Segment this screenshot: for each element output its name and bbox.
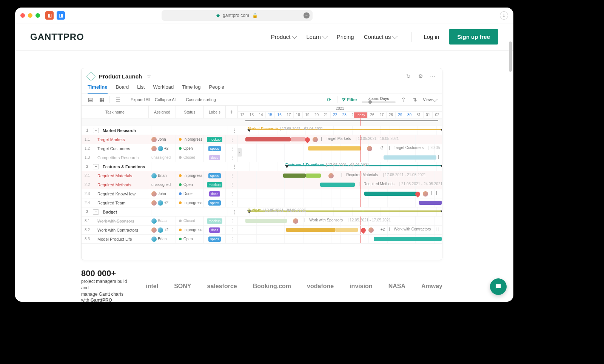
assigned-cell[interactable]: +2 — [149, 198, 176, 207]
history-icon[interactable]: ↻ — [405, 73, 412, 80]
row-menu-icon[interactable]: ⋮ — [226, 135, 238, 144]
more-icon[interactable]: ⋯ — [429, 73, 436, 80]
label-cell[interactable]: specs — [204, 235, 226, 243]
tab-timeline[interactable]: Timeline — [88, 82, 108, 94]
maximize-window-icon[interactable] — [35, 13, 40, 18]
row-menu-icon[interactable]: ⋮ — [226, 189, 238, 198]
pinned-app-icon-2[interactable]: ◨ — [57, 11, 65, 20]
task-row[interactable]: 3.2Work with Contractors +2 In progress … — [82, 226, 442, 235]
gantt-bar[interactable] — [374, 237, 442, 241]
group-row[interactable]: 1−Market Research ⋮ Market Research | 13… — [82, 126, 442, 135]
zoom-control[interactable]: Zoom: Days — [362, 97, 396, 103]
gantt-bar[interactable] — [364, 192, 417, 196]
gantt-bar[interactable] — [320, 183, 355, 187]
gantt-bar[interactable] — [286, 228, 335, 232]
pinned-app-icon-1[interactable]: ◧ — [45, 11, 54, 20]
label-cell[interactable]: docs — [204, 226, 226, 234]
logo[interactable]: GANTTPRO — [30, 32, 84, 42]
collapse-icon[interactable]: − — [93, 128, 99, 133]
minimize-window-icon[interactable] — [28, 13, 32, 18]
label-cell[interactable]: mockup — [204, 135, 226, 144]
group-row[interactable]: 3−Budget ⋮ Budget | 13.05.2021 - 04.06.2… — [82, 207, 442, 217]
tab-people[interactable]: People — [209, 82, 224, 94]
export-icon[interactable]: ⇪ — [400, 96, 407, 103]
expand-all[interactable]: Expand All — [131, 97, 150, 102]
gantt-bar[interactable] — [291, 137, 306, 141]
sliders-icon[interactable]: ⚙ — [417, 73, 424, 80]
status-cell[interactable]: Open — [176, 235, 204, 243]
download-icon[interactable]: ⤓ — [500, 11, 508, 20]
assigned-cell[interactable]: Brian — [149, 217, 176, 225]
label-cell[interactable]: docs — [204, 153, 226, 162]
reader-icon[interactable]: ⋯ — [304, 12, 310, 18]
gantt-bar[interactable] — [335, 228, 358, 232]
label-cell[interactable]: mockup — [204, 217, 226, 225]
row-menu-icon[interactable]: ⋮ — [228, 207, 240, 216]
label-cell[interactable]: mockup — [204, 180, 226, 189]
row-menu-icon[interactable]: ⋮ — [226, 235, 238, 243]
task-row[interactable]: 1.3Competitors Research unassigned Close… — [82, 153, 442, 162]
tab-list[interactable]: List — [137, 82, 145, 94]
label-cell[interactable]: specs — [204, 144, 226, 153]
task-row[interactable]: 2.1Required Materials Brian In progress … — [82, 171, 442, 180]
cascade-sorting[interactable]: Cascade sorting — [186, 97, 216, 102]
label-cell[interactable]: docs — [204, 189, 226, 198]
refresh-icon[interactable]: ⟳ — [326, 96, 333, 103]
row-menu-icon[interactable]: ⋮ — [226, 171, 238, 180]
signup-button[interactable]: Sign up free — [449, 29, 498, 45]
layout-icon-2[interactable]: ▦ — [98, 96, 105, 103]
collapse-icon[interactable]: − — [93, 164, 99, 169]
row-menu-icon[interactable]: ⋮ — [226, 180, 238, 189]
gantt-bar[interactable] — [283, 174, 306, 178]
assigned-cell[interactable]: John — [149, 135, 176, 144]
label-cell[interactable]: specs — [204, 198, 226, 207]
status-cell[interactable]: Open — [176, 180, 204, 189]
assigned-cell[interactable]: John — [149, 189, 176, 198]
row-menu-icon[interactable]: ⋮ — [226, 153, 238, 162]
status-cell[interactable]: Closed — [176, 217, 204, 225]
nav-product[interactable]: Product — [271, 34, 297, 40]
chat-widget[interactable] — [490, 278, 507, 295]
star-icon[interactable]: ☆ — [146, 73, 151, 80]
row-menu-icon[interactable]: ⋮ — [226, 217, 238, 225]
row-menu-icon[interactable]: ⋮ — [228, 162, 240, 171]
row-menu-icon[interactable]: ⋮ — [226, 144, 238, 153]
collapse-all[interactable]: Collapse All — [155, 97, 176, 102]
assigned-cell[interactable]: unassigned — [149, 153, 176, 162]
task-row[interactable]: 3.1Work with Sponsors Brian Closed mocku… — [82, 217, 442, 226]
collapse-grid-handle[interactable]: ‹ — [237, 148, 242, 157]
assigned-cell[interactable]: unassigned — [149, 180, 176, 189]
layout-icon-1[interactable]: ▤ — [87, 96, 94, 103]
traffic-lights[interactable] — [20, 13, 40, 18]
gantt-bar[interactable] — [308, 146, 361, 151]
row-menu-icon[interactable]: ⋮ — [226, 226, 238, 234]
view-menu[interactable]: View — [423, 97, 437, 102]
status-cell[interactable]: In progress — [176, 171, 204, 180]
assigned-cell[interactable]: +2 — [149, 226, 176, 234]
sort-icon[interactable]: ⇅ — [411, 96, 418, 103]
tab-workload[interactable]: Workload — [153, 82, 174, 94]
status-cell[interactable]: In progress — [176, 135, 204, 144]
task-row[interactable]: 2.2Required Methods unassigned Open mock… — [82, 180, 442, 189]
task-row[interactable]: 2.3Required Know-How John Done docs ⋮ | … — [82, 189, 442, 198]
outline-icon[interactable]: ☰ — [114, 96, 121, 103]
nav-contact[interactable]: Contact us — [364, 34, 397, 40]
task-row[interactable]: 1.1Target Markets John In progress mocku… — [82, 135, 442, 144]
status-cell[interactable]: Done — [176, 189, 204, 198]
task-row[interactable]: 3.3Model Product Life Brian Open specs ⋮ — [82, 235, 442, 244]
group-row[interactable]: 2−Features & Functions ⋮ Features & Func… — [82, 162, 442, 171]
gantt-bar[interactable] — [245, 219, 287, 223]
tab-time-log[interactable]: Time log — [182, 82, 200, 94]
status-cell[interactable]: Closed — [176, 153, 204, 162]
url-bar[interactable]: ◆ ganttpro.com 🔒 ⋯ — [162, 10, 313, 21]
gantt-bar[interactable] — [384, 155, 436, 160]
status-cell[interactable]: In progress — [176, 226, 204, 234]
task-row[interactable]: 1.2Target Customers +2 Open specs ⋮ +2| … — [82, 144, 442, 153]
nav-pricing[interactable]: Pricing — [337, 34, 354, 40]
row-menu-icon[interactable]: ⋮ — [226, 198, 238, 207]
assigned-cell[interactable]: Brian — [149, 171, 176, 180]
nav-learn[interactable]: Learn — [306, 34, 327, 40]
page-scrollbar[interactable] — [509, 41, 512, 72]
row-menu-icon[interactable]: ⋮ — [228, 126, 240, 135]
filter-button[interactable]: ⧩Filter — [342, 97, 357, 102]
